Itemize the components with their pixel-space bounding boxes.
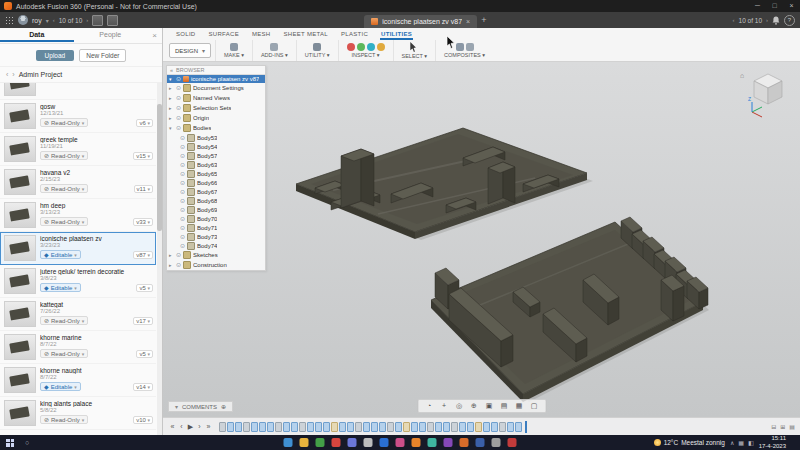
timeline-feature-sketch[interactable] (379, 422, 386, 432)
timeline-feature-sketch[interactable] (307, 422, 314, 432)
ribbon-tab-sheet-metal[interactable]: SHEET METAL (283, 31, 329, 40)
visibility-eye-icon[interactable]: ⊙ (180, 216, 185, 222)
version-dropdown[interactable]: v17 ▾ (133, 317, 153, 325)
timeline-feature-sketch[interactable] (235, 422, 242, 432)
timeline-feature-sketch[interactable] (363, 422, 370, 432)
expand-caret-icon[interactable]: ▸ (169, 252, 174, 258)
collapse-panel-icon[interactable]: « (170, 67, 173, 73)
timeline-feature-sketch[interactable] (435, 422, 442, 432)
visibility-eye-icon[interactable]: ⊙ (180, 171, 185, 177)
data-panel-item[interactable]: hm deep 3/13/23 ⊘ Read-Only ▾ v33 ▾ (0, 199, 156, 232)
grid-settings-icon[interactable]: ▦ (514, 401, 524, 411)
close-button[interactable]: × (783, 0, 800, 12)
close-tab-icon[interactable]: × (466, 18, 470, 25)
tab-people[interactable]: People (74, 29, 148, 42)
view-cube[interactable]: ⌂ Z (738, 68, 788, 120)
browser-body-node[interactable]: ⊙ Body63 (167, 160, 265, 169)
browser-node-sketches[interactable]: ▸ ⊙ Sketches (167, 250, 265, 260)
version-dropdown[interactable]: v15 ▾ (133, 152, 153, 160)
tool-icon[interactable] (270, 43, 278, 51)
access-dropdown[interactable]: ⊘ Read-Only ▾ (40, 415, 88, 424)
timeline-feature-feature[interactable] (219, 422, 226, 432)
version-dropdown[interactable]: v5 ▾ (136, 284, 153, 292)
taskbar-app-icon[interactable] (284, 438, 293, 447)
version-dropdown[interactable]: v10 ▾ (133, 416, 153, 424)
chevron-left-icon[interactable]: ‹ (53, 17, 55, 23)
visibility-eye-icon[interactable]: ⊙ (176, 85, 181, 91)
orbit-icon[interactable]: ◔ (424, 401, 434, 411)
help-icon[interactable]: ? (784, 15, 795, 26)
timeline-feature-sketch[interactable] (411, 422, 418, 432)
visibility-eye-icon[interactable]: ⊙ (180, 207, 185, 213)
tool-icon[interactable] (313, 43, 321, 51)
tool-icon[interactable] (230, 43, 238, 51)
visibility-eye-icon[interactable]: ⊙ (180, 135, 185, 141)
scrollbar-thumb[interactable] (157, 104, 162, 231)
browser-node-named-views[interactable]: ▸ ⊙ Named Views (167, 93, 265, 103)
visibility-eye-icon[interactable]: ⊙ (176, 76, 181, 82)
chevron-up-icon[interactable]: ∧ (730, 439, 734, 446)
taskbar-app-icon[interactable] (476, 438, 485, 447)
start-button[interactable] (0, 439, 20, 447)
visibility-eye-icon[interactable]: ⊙ (180, 162, 185, 168)
browser-node-construction[interactable]: ▸ ⊙ Construction (167, 260, 265, 270)
timeline-feature-sketch[interactable] (315, 422, 322, 432)
visibility-eye-icon[interactable]: ⊙ (180, 180, 185, 186)
access-dropdown[interactable]: ◆ Editable ▾ (40, 382, 81, 391)
timeline-feature-sketch[interactable] (259, 422, 266, 432)
timeline-feature-sketch[interactable] (291, 422, 298, 432)
ribbon-group-inspect[interactable]: INSPECT ▾ (338, 40, 393, 61)
timeline-feature-sketch[interactable] (419, 422, 426, 432)
timeline-feature-feature[interactable] (355, 422, 362, 432)
chevron-right-icon[interactable]: › (86, 17, 88, 23)
timeline-feature-sketch[interactable] (227, 422, 234, 432)
taskbar-app-icon[interactable] (508, 438, 517, 447)
ribbon-tab-utilities[interactable]: UTILITIES (380, 31, 413, 40)
timeline-feature-sketch[interactable] (467, 422, 474, 432)
add-comment-icon[interactable]: ⊕ (221, 403, 226, 410)
expand-caret-icon[interactable]: ▾ (169, 76, 174, 82)
workspace-switcher[interactable]: DESIGN ▾ (169, 43, 211, 58)
user-avatar[interactable] (18, 15, 28, 25)
data-panel-item[interactable]: kattegat 7/26/22 ⊘ Read-Only ▾ v17 ▾ (0, 298, 156, 331)
visibility-eye-icon[interactable]: ⊙ (176, 262, 181, 268)
timeline-go-to-end-button[interactable]: » (204, 419, 213, 435)
browser-body-node[interactable]: ⊙ Body57 (167, 151, 265, 160)
access-dropdown[interactable]: ◆ Editable ▾ (40, 283, 81, 292)
visibility-eye-icon[interactable]: ⊙ (176, 115, 181, 121)
document-tab[interactable]: iconische plaatsen zv v87 × (364, 15, 477, 28)
new-folder-button[interactable]: New Folder (79, 49, 126, 62)
expand-caret-icon[interactable]: ▸ (169, 115, 174, 121)
forward-icon[interactable]: › (12, 71, 14, 78)
timeline-feature-sketch[interactable] (267, 422, 274, 432)
notifications-bell-icon[interactable] (772, 16, 780, 25)
data-panel-item[interactable]: havana v2 2/15/23 ⊘ Read-Only ▾ v11 ▾ (0, 166, 156, 199)
taskbar-app-icon[interactable] (396, 438, 405, 447)
timeline-feature-sketch[interactable] (371, 422, 378, 432)
timeline-feature-feature[interactable] (387, 422, 394, 432)
network-icon[interactable]: ▦ (738, 439, 744, 446)
timeline-feature-sketch[interactable] (507, 422, 514, 432)
browser-node-origin[interactable]: ▸ ⊙ Origin (167, 113, 265, 123)
expand-caret-icon[interactable]: ▸ (169, 262, 174, 268)
access-dropdown[interactable]: ⊘ Read-Only ▾ (40, 349, 88, 358)
chevron-right-icon[interactable]: › (766, 17, 768, 23)
visibility-eye-icon[interactable]: ⊙ (180, 153, 185, 159)
3d-viewport[interactable]: « BROWSER ▾ ⊙ iconische plaatsen zv v87 … (163, 62, 800, 417)
timeline-feature-sketch[interactable] (339, 422, 346, 432)
browser-body-node[interactable]: ⊙ Body53 (167, 133, 265, 142)
project-name[interactable]: Admin Project (19, 71, 63, 78)
browser-body-node[interactable]: ⊙ Body73 (167, 232, 265, 241)
ribbon-group-select[interactable]: SELECT ▾ (393, 40, 436, 61)
expand-caret-icon[interactable]: ▸ (169, 95, 174, 101)
back-icon[interactable]: ‹ (6, 71, 8, 78)
timeline-zoom-out-icon[interactable]: ⊟ (771, 423, 776, 430)
data-panel-item[interactable]: khorne marine 8/7/22 ⊘ Read-Only ▾ v5 ▾ (0, 331, 156, 364)
taskbar-app-icon[interactable] (380, 438, 389, 447)
taskbar-app-icon[interactable] (444, 438, 453, 447)
data-panel-item[interactable]: greek temple 11/19/21 ⊘ Read-Only ▾ v15 … (0, 133, 156, 166)
browser-node-bodies[interactable]: ▾ ⊙ Bodies (167, 123, 265, 133)
timeline-feature-sketch[interactable] (395, 422, 402, 432)
timeline-feature-feature[interactable] (427, 422, 434, 432)
new-tab-button[interactable]: + (481, 12, 486, 28)
